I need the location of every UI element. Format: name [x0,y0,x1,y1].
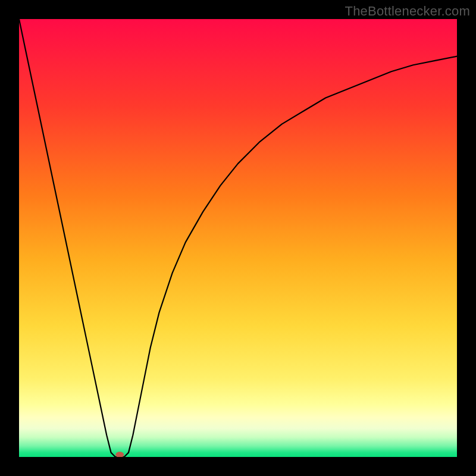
chart-svg [19,19,457,457]
attribution-text: TheBottlenecker.com [345,4,470,19]
chart-frame: TheBottlenecker.com [0,0,476,476]
gradient-background [19,19,457,457]
plot-area [19,19,457,457]
